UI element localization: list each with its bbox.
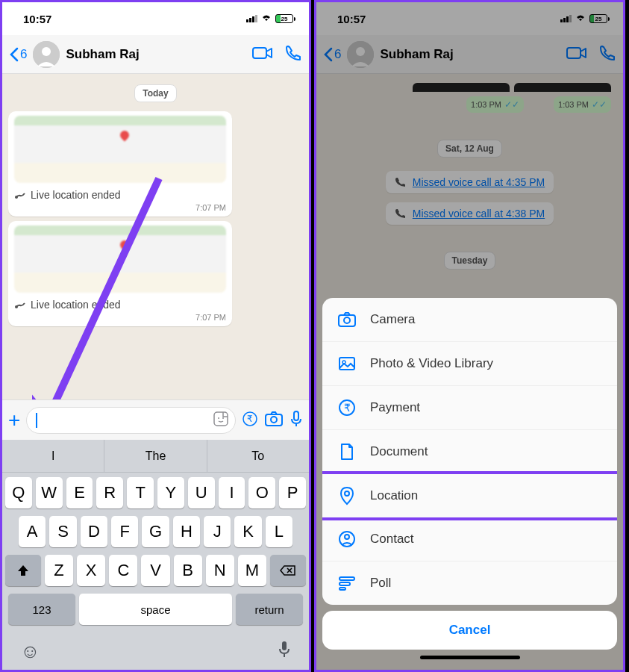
suggestion[interactable]: To — [207, 440, 309, 472]
mic-icon[interactable] — [290, 410, 303, 431]
key-p[interactable]: P — [279, 477, 306, 508]
key-a[interactable]: A — [19, 516, 46, 547]
svg-point-12 — [271, 417, 277, 423]
message-bubble[interactable]: Live location ended 7:07 PM — [8, 111, 232, 217]
rupee-icon: ₹ — [337, 398, 357, 417]
key-i[interactable]: I — [219, 477, 245, 508]
suggestion[interactable]: The — [104, 440, 207, 472]
key-x[interactable]: X — [77, 555, 105, 586]
key-e[interactable]: E — [66, 477, 93, 508]
sheet-label: Photo & Video Library — [370, 356, 493, 371]
status-indicators: 25 — [246, 13, 295, 25]
sheet-document[interactable]: Document — [322, 430, 617, 474]
location-icon — [14, 187, 26, 202]
key-d[interactable]: D — [81, 516, 107, 547]
location-icon — [14, 297, 26, 311]
key-v[interactable]: V — [141, 555, 169, 586]
video-call-button[interactable] — [252, 46, 273, 63]
key-y[interactable]: Y — [157, 477, 184, 508]
key-h[interactable]: H — [173, 516, 200, 547]
input-bar: + ₹ — [2, 399, 309, 440]
sheet-camera[interactable]: Camera — [322, 298, 617, 342]
document-icon — [337, 442, 357, 461]
numbers-key[interactable]: 123 — [8, 594, 75, 625]
wifi-icon — [260, 13, 272, 25]
avatar[interactable] — [33, 41, 60, 68]
attach-button[interactable]: + — [8, 408, 20, 432]
key-c[interactable]: C — [109, 555, 137, 586]
home-indicator[interactable] — [420, 656, 520, 659]
key-o[interactable]: O — [248, 477, 275, 508]
rupee-icon[interactable]: ₹ — [242, 411, 258, 430]
svg-point-1 — [42, 47, 51, 56]
svg-rect-20 — [339, 358, 354, 370]
timestamp: 7:07 PM — [14, 313, 226, 322]
cellular-icon — [246, 15, 257, 22]
sheet-label: Contact — [370, 532, 414, 547]
poll-icon — [337, 573, 357, 593]
emoji-key[interactable]: ☺ — [20, 640, 40, 665]
key-l[interactable]: L — [266, 516, 292, 547]
return-key[interactable]: return — [236, 594, 303, 625]
key-w[interactable]: W — [36, 477, 63, 508]
svg-rect-29 — [339, 588, 345, 590]
back-count: 6 — [20, 47, 27, 62]
camera-icon — [337, 310, 357, 329]
svg-text:₹: ₹ — [247, 414, 253, 424]
key-n[interactable]: N — [206, 555, 234, 586]
battery-icon: 25 — [275, 14, 295, 23]
key-g[interactable]: G — [142, 516, 169, 547]
keyboard: I The To QWERTYUIOP ASDFGHJKL ZXCVBNM 12… — [2, 440, 309, 670]
cancel-button[interactable]: Cancel — [322, 611, 617, 650]
key-z[interactable]: Z — [45, 555, 73, 586]
dictation-key[interactable] — [278, 640, 291, 665]
status-bar: 10:57 25 — [2, 2, 309, 35]
svg-point-8 — [222, 417, 224, 419]
sheet-location[interactable]: Location — [322, 471, 617, 520]
key-k[interactable]: K — [234, 516, 261, 547]
sheet-photo-library[interactable]: Photo & Video Library — [322, 342, 617, 386]
back-button[interactable]: 6 — [10, 47, 27, 62]
key-t[interactable]: T — [127, 477, 154, 508]
svg-point-4 — [15, 305, 18, 308]
svg-text:₹: ₹ — [344, 402, 351, 414]
sticker-icon[interactable] — [213, 411, 229, 430]
shift-key[interactable] — [5, 555, 41, 586]
voice-call-button[interactable] — [285, 45, 301, 64]
svg-point-3 — [15, 196, 18, 199]
chat-header: 6 Subham Raj — [2, 35, 309, 74]
suggestion-bar: I The To — [2, 440, 309, 473]
svg-rect-2 — [253, 48, 266, 58]
date-pill: Today — [134, 84, 176, 102]
suggestion[interactable]: I — [2, 440, 104, 472]
svg-point-26 — [345, 535, 349, 539]
svg-point-24 — [345, 491, 349, 496]
key-b[interactable]: B — [174, 555, 202, 586]
status-time: 10:57 — [23, 13, 51, 25]
key-u[interactable]: U — [188, 477, 215, 508]
key-j[interactable]: J — [204, 516, 231, 547]
key-f[interactable]: F — [111, 516, 138, 547]
sheet-label: Camera — [370, 312, 415, 327]
photo-icon — [337, 354, 357, 373]
key-q[interactable]: Q — [5, 477, 32, 508]
chat-body[interactable]: Today Live location ended 7:07 PM Live l… — [2, 74, 309, 399]
key-m[interactable]: M — [238, 555, 266, 586]
key-r[interactable]: R — [96, 477, 123, 508]
location-text: Live location ended — [31, 189, 121, 201]
message-bubble[interactable]: Live location ended 7:07 PM — [8, 221, 232, 326]
backspace-key[interactable] — [270, 555, 306, 586]
sheet-poll[interactable]: Poll — [322, 561, 617, 605]
key-s[interactable]: S — [49, 516, 76, 547]
sheet-payment[interactable]: ₹ Payment — [322, 386, 617, 430]
sheet-label: Document — [370, 444, 428, 459]
svg-rect-27 — [339, 577, 354, 580]
contact-name[interactable]: Subham Raj — [66, 47, 240, 62]
action-sheet: Camera Photo & Video Library ₹ Payment D… — [316, 292, 623, 670]
svg-rect-13 — [294, 411, 298, 420]
svg-point-7 — [218, 417, 219, 419]
camera-icon[interactable] — [264, 411, 284, 430]
sheet-contact[interactable]: Contact — [322, 517, 617, 561]
message-input[interactable] — [26, 407, 236, 434]
space-key[interactable]: space — [79, 594, 232, 625]
